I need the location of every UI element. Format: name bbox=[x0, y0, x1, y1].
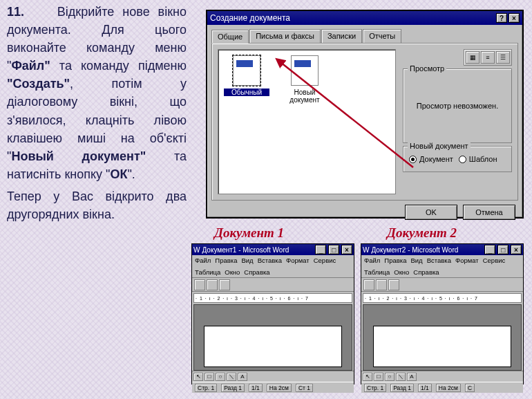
dialog-tabs: Общие Письма и факсы Записки Отчеты bbox=[211, 29, 518, 43]
dialog-buttons: OK Отмена bbox=[207, 205, 522, 225]
menu-tools[interactable]: Сервис bbox=[314, 257, 336, 264]
menu-table[interactable]: Таблица bbox=[195, 268, 220, 276]
menu-format[interactable]: Формат bbox=[455, 257, 479, 264]
close-button[interactable]: × bbox=[511, 245, 522, 254]
view-mode-buttons: ▦ ≡ ☰ bbox=[464, 49, 512, 66]
close-button[interactable]: × bbox=[341, 245, 352, 254]
tab-notes[interactable]: Записки bbox=[321, 29, 362, 43]
cancel-button[interactable]: Отмена bbox=[463, 205, 515, 220]
create-document-dialog: Создание документа ? × Общие Письма и фа… bbox=[206, 10, 524, 219]
draw-button[interactable]: A bbox=[238, 373, 247, 381]
draw-button[interactable]: ○ bbox=[216, 373, 225, 381]
template-list[interactable]: Обычный Новый документ bbox=[218, 49, 396, 194]
draw-button[interactable]: A bbox=[407, 373, 417, 381]
label-document-1: Документ 1 bbox=[214, 225, 284, 241]
radio-icon bbox=[409, 156, 417, 163]
word2-ruler[interactable]: · 1 · ı · 2 · ı · 3 · ı · 4 · ı · 5 · ı … bbox=[363, 293, 522, 303]
menu-edit[interactable]: Правка bbox=[384, 257, 406, 264]
menu-window[interactable]: Окно bbox=[394, 268, 409, 276]
view-list[interactable]: ≡ bbox=[481, 51, 495, 64]
toolbar-button[interactable] bbox=[219, 279, 230, 290]
tab-general[interactable]: Общие bbox=[211, 30, 249, 44]
dialog-titlebar[interactable]: Создание документа ? × bbox=[207, 11, 522, 25]
menu-table[interactable]: Таблица bbox=[364, 268, 390, 276]
draw-button[interactable]: ↖ bbox=[363, 373, 372, 381]
word-icon: W bbox=[363, 246, 369, 254]
preview-group: Просмотр Просмотр невозможен. bbox=[403, 68, 512, 143]
view-large-icons[interactable]: ▦ bbox=[466, 51, 479, 64]
toolbar-button[interactable] bbox=[194, 279, 205, 290]
page[interactable] bbox=[373, 326, 511, 367]
toolbar-button[interactable] bbox=[363, 279, 374, 290]
instruction-para2: Тепер у Вас відкрито два другорядних вік… bbox=[7, 187, 187, 223]
toolbar-button[interactable] bbox=[376, 279, 387, 290]
menu-tools[interactable]: Сервис bbox=[483, 257, 506, 264]
word-window-2: WДокумент2 - Microsoft Word _ □ × Файл П… bbox=[361, 243, 524, 384]
word2-menu: Файл Правка Вид Вставка Формат Сервис Та… bbox=[361, 255, 523, 278]
word-template-icon bbox=[291, 55, 319, 86]
toolbar-button[interactable] bbox=[388, 279, 399, 290]
tab-letters[interactable]: Письма и факсы bbox=[249, 29, 321, 43]
word-window-1: WДокумент1 - Microsoft Word _ □ × Файл П… bbox=[191, 243, 354, 384]
view-details[interactable]: ☰ bbox=[496, 51, 510, 64]
dialog-title: Создание документа bbox=[210, 13, 290, 23]
minimize-button[interactable]: _ bbox=[484, 245, 495, 254]
draw-button[interactable]: ○ bbox=[385, 373, 395, 381]
minimize-button[interactable]: _ bbox=[315, 245, 326, 254]
word1-menu: Файл Правка Вид Вставка Формат Сервис Та… bbox=[192, 255, 354, 278]
menu-insert[interactable]: Вставка bbox=[427, 257, 451, 264]
menu-view[interactable]: Вид bbox=[410, 257, 422, 264]
maximize-button[interactable]: □ bbox=[328, 245, 339, 254]
menu-edit[interactable]: Правка bbox=[215, 257, 237, 264]
draw-button[interactable]: ＼ bbox=[396, 373, 406, 381]
word1-titlebar[interactable]: WДокумент1 - Microsoft Word _ □ × bbox=[192, 244, 354, 255]
word1-toolbar bbox=[192, 278, 354, 292]
word1-drawbar: ↖ □ ○ ＼ A bbox=[192, 371, 354, 382]
step-number: 11. bbox=[7, 5, 24, 19]
close-button[interactable]: × bbox=[509, 13, 520, 23]
dialog-right-panel: ▦ ≡ ☰ Просмотр Просмотр невозможен. Новы… bbox=[403, 49, 512, 194]
menu-file[interactable]: Файл bbox=[195, 257, 211, 264]
template-new-document[interactable]: Новый документ bbox=[282, 55, 327, 104]
draw-button[interactable]: ↖ bbox=[193, 373, 203, 381]
draw-button[interactable]: □ bbox=[205, 373, 214, 381]
word2-titlebar[interactable]: WДокумент2 - Microsoft Word _ □ × bbox=[361, 244, 523, 255]
word2-drawbar: ↖ □ ○ ＼ A bbox=[361, 371, 523, 382]
toolbar-button[interactable] bbox=[207, 279, 218, 290]
word-icon: W bbox=[193, 246, 200, 254]
word2-docarea[interactable] bbox=[363, 304, 522, 371]
word1-status: Стр. 1 Разд 1 1/1 На 2см Ст 1 bbox=[192, 382, 354, 393]
draw-button[interactable]: ＼ bbox=[227, 373, 236, 381]
menu-help[interactable]: Справка bbox=[244, 268, 269, 276]
word-template-icon bbox=[233, 55, 260, 86]
menu-window[interactable]: Окно bbox=[225, 268, 240, 276]
ok-button[interactable]: OK bbox=[405, 205, 457, 220]
radio-document[interactable]: Документ bbox=[409, 155, 453, 163]
template-normal[interactable]: Обычный bbox=[224, 55, 269, 96]
tab-reports[interactable]: Отчеты bbox=[363, 29, 401, 43]
menu-file[interactable]: Файл bbox=[364, 257, 380, 264]
maximize-button[interactable]: □ bbox=[497, 245, 509, 254]
word1-docarea[interactable] bbox=[193, 304, 352, 371]
label-document-2: Документ 2 bbox=[387, 225, 457, 241]
word1-ruler[interactable]: · 1 · ı · 2 · ı · 3 · ı · 4 · ı · 5 · ı … bbox=[193, 293, 352, 303]
draw-button[interactable]: □ bbox=[374, 373, 383, 381]
page[interactable] bbox=[204, 326, 342, 367]
instruction-text: 11. Відкрийте нове вікно документа. Для … bbox=[7, 3, 187, 223]
preview-text: Просмотр невозможен. bbox=[417, 102, 498, 110]
word2-status: Стр. 1 Разд 1 1/1 На 2см С bbox=[361, 382, 523, 393]
menu-view[interactable]: Вид bbox=[241, 257, 253, 264]
menu-help[interactable]: Справка bbox=[413, 268, 439, 276]
help-button[interactable]: ? bbox=[496, 13, 507, 23]
radio-icon bbox=[459, 156, 466, 163]
menu-format[interactable]: Формат bbox=[286, 257, 310, 264]
menu-insert[interactable]: Вставка bbox=[258, 257, 282, 264]
radio-template[interactable]: Шаблон bbox=[459, 155, 497, 163]
newdoc-group: Новый документ Документ Шаблон bbox=[403, 146, 512, 172]
dialog-body: Обычный Новый документ ▦ ≡ ☰ Просмотр Пр… bbox=[211, 43, 518, 201]
word2-toolbar bbox=[361, 278, 523, 292]
